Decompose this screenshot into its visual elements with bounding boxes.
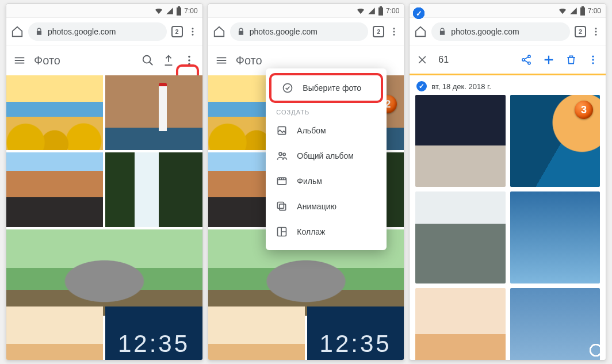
menu-label: Фильм [297,177,322,186]
battery-icon [580,6,586,16]
date-label: вт, 18 дек. 2018 г. [431,82,491,91]
search-icon[interactable] [141,54,154,67]
home-icon[interactable] [213,25,225,38]
browser-menu-icon[interactable] [389,26,399,37]
animation-icon [276,201,288,212]
photo-thumbnail[interactable] [6,229,202,316]
collage-icon [276,226,288,237]
svg-point-8 [393,30,395,32]
page-title: Фото [34,54,133,67]
selection-grid [410,95,606,360]
menu-item-animation[interactable]: Анимацию [266,194,387,219]
screenshot-1: 7:00 photos.google.com 2 Фото 1 [6,3,203,361]
photo-thumbnail-selected[interactable] [415,288,505,360]
selection-count: 61 [438,55,510,65]
page-title: Фото [236,54,397,67]
browser-toolbar: photos.google.com 2 [6,18,202,45]
photo-thumbnail-selected[interactable] [415,95,505,187]
lock-icon [438,28,446,36]
svg-rect-15 [280,204,286,210]
photo-thumbnail[interactable] [6,306,103,360]
selection-action-bar: 61 [410,45,606,75]
home-icon[interactable] [414,25,427,38]
photo-thumbnail[interactable] [105,75,202,150]
photo-thumbnail[interactable] [105,152,202,227]
date-group-header[interactable]: ✓ вт, 18 дек. 2018 г. [410,75,606,95]
browser-toolbar: photos.google.com 2 [208,18,404,45]
svg-point-18 [595,28,597,29]
photo-thumbnail-selected[interactable] [415,191,505,283]
clock-text: 7:00 [184,7,197,15]
wifi-icon [154,6,163,16]
svg-point-12 [279,152,282,155]
overflow-menu-icon[interactable] [183,54,196,67]
menu-item-select-photos[interactable]: Выберите фото [269,73,383,103]
overflow-menu: Выберите фото СОЗДАТЬ Альбом Общий альбо… [266,68,387,250]
svg-point-20 [595,33,597,35]
menu-label: Альбом [297,126,326,135]
select-all-checkbox[interactable]: ✓ [416,81,427,91]
menu-item-shared-album[interactable]: Общий альбом [266,143,387,168]
browser-menu-icon[interactable] [188,26,198,37]
photo-thumbnail[interactable] [208,306,305,360]
home-icon[interactable] [11,25,24,38]
step-badge-3: 3 [575,101,593,119]
address-bar[interactable]: photos.google.com [431,22,570,41]
svg-point-25 [592,59,594,60]
svg-point-1 [192,30,193,32]
svg-point-4 [188,56,190,58]
svg-point-10 [284,84,292,93]
screenshot-2: 7:00 photos.google.com 2 Фото Выберите ф… [208,3,405,361]
browser-menu-icon[interactable] [591,26,601,37]
android-status-bar: 7:00 [6,4,202,18]
menu-section-create: СОЗДАТЬ [266,103,387,118]
menu-label: Коллаж [297,227,325,236]
url-text: photos.google.com [451,27,519,36]
address-bar[interactable]: photos.google.com [28,22,167,41]
photo-grid [6,75,202,360]
menu-label: Анимацию [297,202,336,211]
menu-label: Общий альбом [297,151,354,160]
url-text: photos.google.com [250,27,318,36]
screenshot-3: 7:00 photos.google.com 2 61 ✓ вт, 18 дек… [409,3,606,361]
menu-item-movie[interactable]: Фильм [266,168,387,194]
lock-icon [237,28,245,36]
tab-switcher[interactable]: 2 [575,26,586,37]
lock-icon [35,28,43,36]
close-icon[interactable] [416,54,428,66]
album-icon [276,125,288,136]
url-text: photos.google.com [48,27,116,36]
svg-point-9 [393,33,395,35]
photo-thumbnail-selected[interactable] [510,288,600,360]
svg-rect-16 [278,202,284,209]
trash-icon[interactable] [565,54,577,66]
photo-thumbnail[interactable] [6,152,103,227]
browser-toolbar: photos.google.com 2 [410,18,606,45]
address-bar[interactable]: photos.google.com [230,22,369,41]
upload-icon[interactable] [162,54,175,67]
photo-thumbnail-selected[interactable] [510,191,600,283]
battery-icon [378,6,384,16]
signal-icon [166,7,174,15]
wifi-icon [558,6,567,16]
share-icon[interactable] [521,54,532,66]
tab-switcher[interactable]: 2 [373,26,384,37]
battery-icon [176,6,182,16]
signal-icon [569,7,577,15]
add-icon[interactable] [542,53,555,66]
photo-thumbnail[interactable] [307,306,404,360]
check-circle-icon [282,82,293,94]
overflow-menu-icon[interactable] [587,54,599,66]
svg-point-2 [192,33,193,35]
photo-thumbnail[interactable] [105,306,202,360]
photo-thumbnail[interactable] [6,75,103,150]
svg-point-24 [592,55,594,57]
hamburger-icon[interactable] [13,54,26,67]
menu-item-album[interactable]: Альбом [266,118,387,143]
svg-point-0 [192,28,193,29]
hamburger-icon[interactable] [215,54,228,67]
tab-switcher[interactable]: 2 [171,26,183,37]
svg-point-7 [393,28,395,29]
menu-label: Выберите фото [303,83,361,93]
menu-item-collage[interactable]: Коллаж [266,219,387,244]
